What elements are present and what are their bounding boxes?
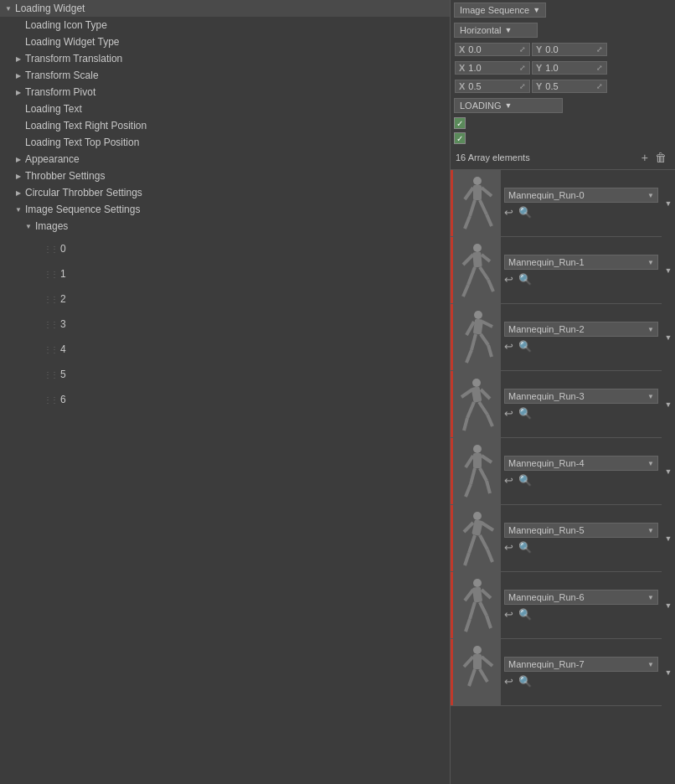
expand-arrow-6[interactable]: ▼ — [662, 572, 675, 639]
svg-point-32 — [473, 445, 482, 453]
expand-arrow-2[interactable]: ▼ — [662, 304, 675, 371]
search-icon-5[interactable]: 🔍 — [518, 541, 532, 554]
reset-icon-4[interactable]: ↩ — [504, 474, 513, 487]
checkbox-1[interactable] — [454, 117, 466, 129]
drag-icon[interactable] — [44, 320, 57, 329]
search-icon-1[interactable]: 🔍 — [518, 273, 532, 286]
arrow-icon — [13, 188, 23, 198]
horizontal-dropdown[interactable]: Horizontal — [454, 23, 538, 38]
img-name-row-5: Mannequin_Run-5 ▼ — [504, 523, 658, 538]
tree-item-image-sequence-settings[interactable]: Image Sequence Settings — [0, 201, 450, 218]
image-index-5[interactable]: 5 — [0, 362, 450, 387]
expand-icon[interactable]: ⤢ — [519, 45, 526, 54]
image-name-dropdown-7[interactable]: Mannequin_Run-7 ▼ — [504, 657, 658, 672]
drag-icon[interactable] — [44, 270, 57, 279]
pivot-y-field[interactable]: Y 0.5 ⤢ — [532, 80, 607, 93]
svg-point-56 — [473, 646, 482, 654]
tree-item-circular-throbber[interactable]: Circular Throbber Settings — [0, 184, 450, 201]
drag-icon[interactable] — [44, 370, 57, 379]
checkbox-2[interactable] — [454, 132, 466, 144]
image-index-1[interactable]: 1 — [0, 261, 450, 286]
image-name-dropdown-6[interactable]: Mannequin_Run-6 ▼ — [504, 590, 658, 605]
tree-item-appearance[interactable]: Appearance — [0, 151, 450, 168]
tree-item-transform-pivot[interactable]: Transform Pivot — [0, 84, 450, 101]
image-item-wrapper-3: Mannequin_Run-3 ▼ ↩ 🔍 ▼ — [451, 371, 675, 438]
tree-label: Images — [35, 220, 68, 232]
svg-line-26 — [461, 389, 472, 397]
image-index-6[interactable]: 6 — [0, 387, 450, 412]
tree-item-loading-icon-type[interactable]: Loading Icon Type — [0, 17, 450, 34]
drag-icon[interactable] — [44, 345, 57, 354]
expand-arrow-0[interactable]: ▼ — [662, 170, 675, 237]
tree-item-loading-text-right[interactable]: Loading Text Right Position — [0, 117, 450, 134]
img-action-row-2: ↩ 🔍 — [504, 340, 658, 353]
arrow-icon — [3, 3, 13, 13]
expand-arrow-7[interactable]: ▼ — [662, 639, 675, 706]
translation-y-field[interactable]: Y 0.0 ⤢ — [532, 43, 607, 56]
pivot-x-field[interactable]: X 0.5 ⤢ — [455, 80, 530, 93]
mannequin-svg-3 — [456, 375, 498, 434]
image-name-dropdown-2[interactable]: Mannequin_Run-2 ▼ — [504, 322, 658, 337]
svg-line-12 — [468, 267, 475, 285]
tree-item-images[interactable]: Images — [0, 218, 450, 235]
search-icon-6[interactable]: 🔍 — [518, 608, 532, 621]
svg-line-15 — [488, 280, 493, 291]
expand-arrow-1[interactable]: ▼ — [662, 237, 675, 304]
expand-icon[interactable]: ⤢ — [596, 45, 603, 54]
expand-icon[interactable]: ⤢ — [519, 82, 526, 90]
reset-icon-0[interactable]: ↩ — [504, 206, 513, 219]
image-index-2[interactable]: 2 — [0, 286, 450, 312]
drag-icon[interactable] — [44, 295, 57, 304]
search-icon-7[interactable]: 🔍 — [518, 675, 532, 688]
tree-item-transform-translation[interactable]: Transform Translation — [0, 50, 450, 67]
add-array-button[interactable]: + — [638, 149, 652, 166]
reset-icon-7[interactable]: ↩ — [504, 675, 513, 688]
reset-icon-1[interactable]: ↩ — [504, 273, 513, 286]
expand-icon[interactable]: ⤢ — [596, 82, 603, 90]
index-label: 1 — [60, 268, 66, 280]
image-index-4[interactable]: 4 — [0, 337, 450, 362]
delete-array-button[interactable]: 🗑 — [652, 149, 670, 166]
checkbox-row-2 — [451, 131, 675, 146]
tree-item-transform-scale[interactable]: Transform Scale — [0, 67, 450, 84]
search-icon-3[interactable]: 🔍 — [518, 407, 532, 420]
image-list: Mannequin_Run-0 ▼ ↩ 🔍 ▼ — [451, 170, 675, 706]
expand-arrow-5[interactable]: ▼ — [662, 505, 675, 572]
index-label: 2 — [60, 293, 66, 305]
image-index-0[interactable]: 0 — [0, 236, 450, 261]
image-index-3[interactable]: 3 — [0, 312, 450, 337]
tree-item-loading-widget[interactable]: Loading Widget — [0, 0, 450, 17]
tree-item-loading-text-top[interactable]: Loading Text Top Position — [0, 134, 450, 151]
image-name-dropdown-0[interactable]: Mannequin_Run-0 ▼ — [504, 188, 658, 203]
tree-item-throbber-settings[interactable]: Throbber Settings — [0, 168, 450, 184]
expand-arrow-4[interactable]: ▼ — [662, 438, 675, 505]
img-name-text: Mannequin_Run-6 — [508, 592, 585, 602]
image-name-dropdown-4[interactable]: Mannequin_Run-4 ▼ — [504, 456, 658, 471]
reset-icon-6[interactable]: ↩ — [504, 608, 513, 621]
reset-icon-5[interactable]: ↩ — [504, 541, 513, 554]
svg-line-60 — [469, 669, 475, 686]
drag-icon[interactable] — [44, 245, 57, 254]
search-icon-2[interactable]: 🔍 — [518, 340, 532, 353]
expand-icon[interactable]: ⤢ — [519, 64, 526, 72]
tree-item-loading-text[interactable]: Loading Text — [0, 101, 450, 117]
svg-line-51 — [482, 590, 491, 598]
scale-y-field[interactable]: Y 1.0 ⤢ — [532, 61, 607, 75]
reset-icon-2[interactable]: ↩ — [504, 340, 513, 353]
image-sequence-dropdown[interactable]: Image Sequence — [454, 3, 546, 18]
drag-icon[interactable] — [44, 395, 57, 405]
expand-icon[interactable]: ⤢ — [596, 64, 603, 72]
reset-icon-3[interactable]: ↩ — [504, 407, 513, 420]
image-name-dropdown-1[interactable]: Mannequin_Run-1 ▼ — [504, 255, 658, 270]
image-controls-0: Mannequin_Run-0 ▼ ↩ 🔍 — [501, 170, 662, 236]
expand-arrow-3[interactable]: ▼ — [662, 371, 675, 438]
scale-x-field[interactable]: X 1.0 ⤢ — [455, 61, 530, 75]
tree-item-loading-widget-type[interactable]: Loading Widget Type — [0, 34, 450, 50]
image-name-dropdown-5[interactable]: Mannequin_Run-5 ▼ — [504, 523, 658, 538]
search-icon-4[interactable]: 🔍 — [518, 474, 532, 487]
translation-x-field[interactable]: X 0.0 ⤢ — [455, 43, 530, 56]
svg-rect-41 — [471, 519, 483, 536]
search-icon-0[interactable]: 🔍 — [518, 206, 532, 219]
image-name-dropdown-3[interactable]: Mannequin_Run-3 ▼ — [504, 389, 658, 404]
loading-text-dropdown[interactable]: LOADING — [454, 98, 563, 113]
